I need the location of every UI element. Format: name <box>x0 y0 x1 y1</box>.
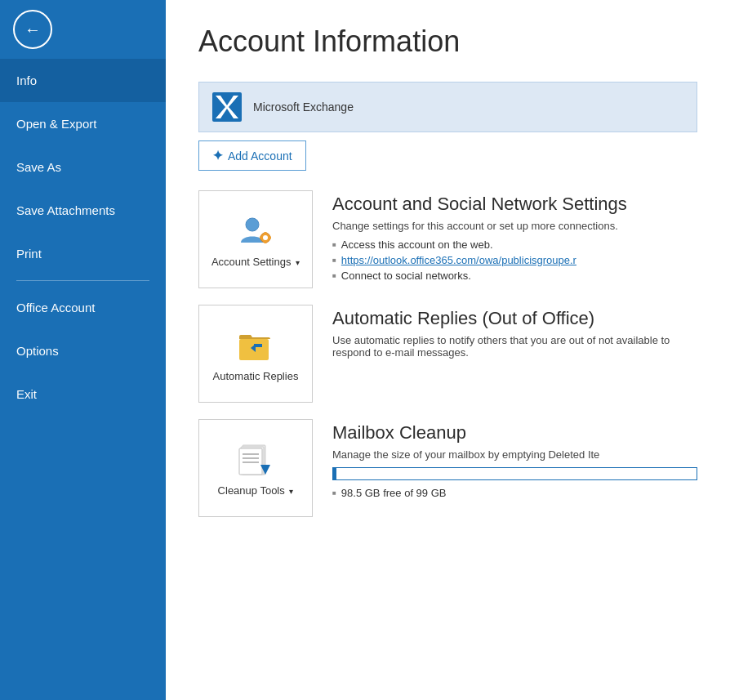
sidebar-item-save-as[interactable]: Save As <box>0 145 166 189</box>
svg-rect-16 <box>243 457 259 459</box>
cleanup-tools-button[interactable]: Cleanup Tools ▾ <box>198 419 313 517</box>
sidebar-item-open-export[interactable]: Open & Export <box>0 102 166 145</box>
svg-rect-6 <box>265 241 267 243</box>
sidebar-item-office-account[interactable]: Office Account <box>0 286 166 329</box>
mailbox-cleanup-content: Mailbox Cleanup Manage the size of your … <box>332 419 697 499</box>
mailbox-cleanup-card: Cleanup Tools ▾ Mailbox Cleanup Manage t… <box>198 419 697 517</box>
exchange-bar[interactable]: Microsoft Exchange <box>198 82 697 132</box>
svg-rect-7 <box>260 236 262 239</box>
sidebar-item-save-attachments[interactable]: Save Attachments <box>0 189 166 232</box>
automatic-replies-icon <box>236 326 275 365</box>
list-item-social: Connect to social networks. <box>332 270 697 282</box>
automatic-replies-content: Automatic Replies (Out of Office) Use au… <box>332 305 697 365</box>
svg-point-2 <box>246 218 259 231</box>
exchange-icon <box>211 91 243 123</box>
progress-fill <box>333 468 336 479</box>
automatic-replies-title: Automatic Replies (Out of Office) <box>332 308 697 329</box>
account-settings-button[interactable]: Account Settings ▾ <box>198 190 313 288</box>
list-item-link: https://outlook.office365.com/owa/public… <box>332 254 697 266</box>
progress-label: 98.5 GB free of 99 GB <box>332 487 697 499</box>
add-account-button[interactable]: ✦ Add Account <box>198 140 306 171</box>
svg-rect-5 <box>265 232 267 234</box>
automatic-replies-label: Automatic Replies <box>213 370 299 382</box>
account-settings-icon <box>236 212 275 251</box>
sidebar-item-options[interactable]: Options <box>0 329 166 372</box>
cleanup-tools-label: Cleanup Tools ▾ <box>218 484 294 497</box>
main-content: Account Information Microsoft Exchange ✦… <box>166 0 730 700</box>
sidebar-item-info[interactable]: Info <box>0 59 166 102</box>
mailbox-cleanup-title: Mailbox Cleanup <box>332 422 697 444</box>
list-item: Access this account on the web. <box>332 239 697 251</box>
owa-link[interactable]: https://outlook.office365.com/owa/public… <box>341 254 576 266</box>
automatic-replies-card: Automatic Replies Automatic Replies (Out… <box>198 305 697 403</box>
sidebar: ← Info Open & Export Save As Save Attach… <box>0 0 166 700</box>
automatic-replies-desc: Use automatic replies to notify others t… <box>332 334 697 359</box>
page-title: Account Information <box>198 25 697 59</box>
svg-point-4 <box>263 235 268 240</box>
automatic-replies-button[interactable]: Automatic Replies <box>198 305 313 403</box>
mailbox-progress-bar <box>332 467 697 480</box>
cleanup-tools-icon <box>236 440 275 479</box>
account-settings-content: Account and Social Network Settings Chan… <box>332 190 697 285</box>
sidebar-divider <box>16 280 149 281</box>
add-account-label: Add Account <box>228 149 292 163</box>
svg-rect-17 <box>243 461 259 463</box>
svg-rect-11 <box>254 344 262 347</box>
account-settings-title: Account and Social Network Settings <box>332 194 697 215</box>
svg-rect-15 <box>243 453 259 455</box>
exchange-label: Microsoft Exchange <box>253 100 354 114</box>
mailbox-cleanup-desc: Manage the size of your mailbox by empty… <box>332 448 697 461</box>
svg-rect-8 <box>269 236 271 239</box>
account-settings-label: Account Settings ▾ <box>211 256 300 268</box>
sidebar-item-print[interactable]: Print <box>0 232 166 275</box>
plus-icon: ✦ <box>212 148 223 163</box>
sidebar-item-exit[interactable]: Exit <box>0 372 166 416</box>
account-settings-list: Access this account on the web. https://… <box>332 239 697 282</box>
back-button[interactable]: ← <box>13 10 52 49</box>
account-settings-card: Account Settings ▾ Account and Social Ne… <box>198 190 697 288</box>
account-settings-desc: Change settings for this account or set … <box>332 220 697 232</box>
